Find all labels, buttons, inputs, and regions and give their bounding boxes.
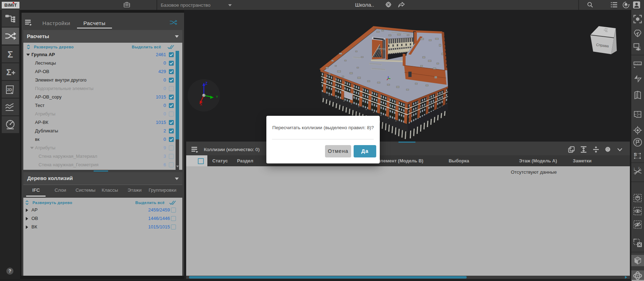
- svg-text:2: 2: [638, 167, 639, 169]
- svg-text:Z: Z: [205, 82, 207, 85]
- svg-text:Σ: Σ: [7, 49, 13, 60]
- svg-text:X: X: [200, 102, 202, 106]
- svg-text:S: S: [634, 152, 637, 157]
- svg-text:Σ: Σ: [6, 67, 11, 77]
- svg-text:1: 1: [633, 167, 635, 170]
- svg-text:2D: 2D: [7, 88, 12, 92]
- svg-text:Y: Y: [216, 95, 218, 98]
